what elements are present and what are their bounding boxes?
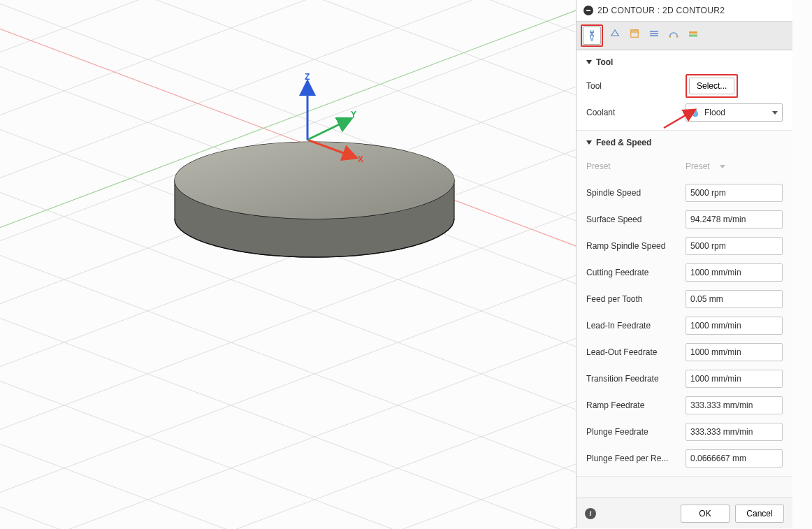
section-tool: Tool Tool Select... Coolant Flood (577, 50, 792, 131)
tool-select-button[interactable]: Select... (689, 78, 734, 94)
svg-line-24 (0, 328, 576, 529)
annotation-highlight-select-button: Select... (686, 74, 738, 98)
feed-speed-label: Feed per Tooth (586, 294, 686, 304)
annotation-highlight-tool-tab (581, 24, 603, 47)
feed-speed-input[interactable] (686, 184, 783, 202)
collapse-panel-icon[interactable] (583, 6, 593, 15)
info-icon[interactable]: i (585, 508, 596, 519)
tab-passes[interactable] (645, 24, 663, 43)
feed-speed-label: Lead-In Feedrate (586, 321, 686, 331)
tab-tool[interactable] (583, 27, 601, 45)
feed-speed-row: Ramp Spindle Speed (586, 233, 783, 259)
svg-line-22 (0, 203, 576, 529)
section-feed-speed-header[interactable]: Feed & Speed (586, 138, 783, 147)
feed-speed-row: Transition Feedrate (586, 365, 783, 392)
svg-line-26 (0, 454, 576, 529)
panel-title: 2D CONTOUR : 2D CONTOUR2 (597, 6, 725, 15)
svg-line-12 (0, 454, 576, 529)
svg-line-10 (0, 328, 576, 529)
panel-tab-bar (577, 22, 792, 50)
feed-speed-row: Lead-In Feedrate (586, 312, 783, 339)
feed-speed-row: Cutting Feedrate (586, 259, 783, 286)
feed-speed-row: Plunge Feed per Re... (586, 445, 783, 472)
ok-button[interactable]: OK (681, 505, 730, 523)
svg-line-8 (0, 203, 576, 529)
feed-speed-label: Transition Feedrate (586, 374, 686, 384)
feed-speed-input[interactable] (686, 423, 783, 441)
feed-speed-input[interactable] (686, 290, 783, 308)
feed-speed-row: Spindle Speed (586, 180, 783, 206)
section-feed-speed: Feed & Speed Preset Preset Spindle Speed… (577, 131, 792, 477)
tab-linking[interactable] (665, 24, 683, 43)
feed-speed-label: Lead-Out Feedrate (586, 347, 686, 357)
coolant-label: Coolant (586, 108, 686, 117)
chevron-down-icon (586, 60, 592, 64)
chevron-down-icon (586, 140, 592, 145)
extras-tab-icon (687, 27, 699, 40)
svg-line-19 (0, 14, 576, 356)
feed-speed-row: Feed per Tooth (586, 286, 783, 312)
preset-dropdown[interactable]: Preset (686, 157, 783, 175)
svg-line-18 (0, 0, 576, 294)
chevron-down-icon (720, 165, 725, 168)
svg-rect-36 (631, 30, 639, 34)
feed-speed-row: Plunge Feedrate (586, 419, 783, 445)
svg-line-20 (0, 77, 576, 419)
svg-line-2 (0, 0, 576, 168)
feed-speed-input[interactable] (686, 210, 783, 229)
preset-label: Preset (586, 161, 686, 171)
svg-point-38 (676, 36, 679, 38)
svg-line-16 (0, 0, 576, 168)
feed-speed-label: Surface Speed (586, 215, 686, 224)
feed-speed-input[interactable] (686, 263, 783, 282)
feed-speed-input[interactable] (686, 317, 783, 335)
geometry-tab-icon (609, 27, 621, 40)
3d-viewport[interactable]: X Y Z (0, 0, 576, 529)
tab-heights[interactable] (625, 24, 644, 43)
passes-tab-icon (648, 27, 660, 40)
cancel-button[interactable]: Cancel (735, 505, 784, 523)
feed-speed-row: Lead-Out Feedrate (586, 339, 783, 365)
feed-speed-input[interactable] (686, 449, 783, 468)
linking-tab-icon (667, 27, 680, 40)
feed-speed-row: Surface Speed (586, 206, 783, 233)
feed-speed-input[interactable] (686, 237, 783, 255)
svg-rect-40 (689, 35, 697, 37)
svg-line-1 (0, 0, 576, 105)
svg-line-21 (0, 140, 576, 482)
droplet-icon (690, 108, 700, 117)
tab-geometry[interactable] (606, 24, 624, 43)
feed-speed-label: Plunge Feed per Re... (586, 454, 686, 463)
svg-line-4 (0, 0, 576, 294)
svg-line-15 (0, 0, 576, 105)
svg-line-17 (0, 0, 576, 231)
tab-extras[interactable] (684, 24, 702, 43)
panel-footer: i OK Cancel (577, 498, 792, 528)
svg-line-7 (0, 140, 576, 482)
heights-tab-icon (628, 27, 641, 40)
panel-header: 2D CONTOUR : 2D CONTOUR2 (577, 0, 792, 22)
feed-speed-label: Spindle Speed (586, 188, 686, 198)
tool-tab-icon (586, 29, 598, 42)
feed-speed-input[interactable] (686, 396, 783, 414)
feed-speed-label: Ramp Feedrate (586, 400, 686, 410)
feed-speed-input[interactable] (686, 343, 783, 361)
feed-speed-row: Ramp Feedrate (586, 392, 783, 419)
feed-speed-label: Ramp Spindle Speed (586, 241, 686, 251)
chevron-down-icon (772, 111, 778, 115)
svg-line-6 (0, 77, 576, 419)
svg-rect-39 (689, 31, 697, 34)
svg-line-5 (0, 14, 576, 356)
svg-line-3 (0, 0, 576, 231)
feed-speed-label: Plunge Feedrate (586, 427, 686, 437)
coolant-dropdown[interactable]: Flood (686, 103, 783, 122)
svg-point-37 (669, 36, 671, 38)
feed-speed-label: Cutting Feedrate (586, 268, 686, 277)
feed-speed-input[interactable] (686, 370, 783, 388)
properties-panel: 2D CONTOUR : 2D CONTOUR2 Tool (576, 0, 792, 528)
grid-canvas (0, 0, 576, 529)
section-tool-header[interactable]: Tool (586, 57, 783, 67)
tool-label: Tool (586, 81, 686, 91)
